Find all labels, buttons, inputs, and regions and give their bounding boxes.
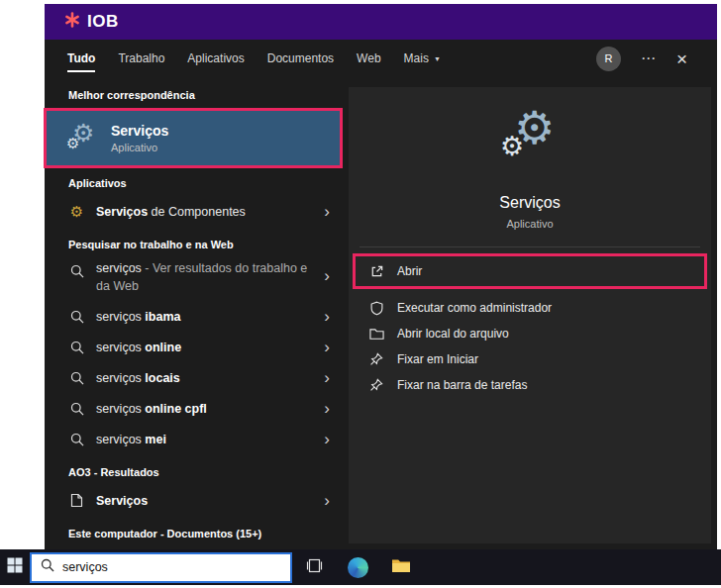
detail-subtitle: Aplicativo xyxy=(506,218,553,230)
folder-icon xyxy=(368,328,384,341)
account-avatar[interactable]: R xyxy=(596,47,621,71)
taskbar-search-box[interactable] xyxy=(30,552,292,583)
document-icon xyxy=(68,493,85,508)
task-view-icon xyxy=(305,558,324,577)
file-explorer-button[interactable] xyxy=(379,549,423,585)
search-icon xyxy=(68,310,85,324)
task-view-button[interactable] xyxy=(292,549,336,585)
chevron-right-icon[interactable]: › xyxy=(324,308,330,325)
search-tabs-bar: Tudo Trabalho Aplicativos Documentos Web… xyxy=(45,40,717,77)
web-search-header: Pesquisar no trabalho e na Web xyxy=(45,227,343,257)
action-run-as-admin[interactable]: Executar como administrador xyxy=(356,295,704,321)
actions-list: Abrir Executar como administrador Abrir … xyxy=(349,256,711,398)
this-computer-header: Este computador - Documentos (15+) xyxy=(45,516,343,546)
tab-mais[interactable]: Mais▼ xyxy=(404,40,441,77)
web-search-item[interactable]: serviços - Ver resultados do trabalho e … xyxy=(45,257,343,301)
search-window: Tudo Trabalho Aplicativos Documentos Web… xyxy=(45,40,717,549)
taskbar-search-input[interactable] xyxy=(62,560,260,574)
web-search-item[interactable]: serviços online cpfl › xyxy=(45,393,343,424)
chevron-right-icon[interactable]: › xyxy=(324,369,330,386)
file-explorer-icon xyxy=(391,557,411,577)
action-label: Executar como administrador xyxy=(397,301,552,315)
web-search-item[interactable]: serviços mei › xyxy=(45,424,343,454)
shield-icon xyxy=(368,301,384,316)
tab-tudo[interactable]: Tudo xyxy=(67,40,95,77)
iob-title-bar: IOB xyxy=(45,4,717,40)
search-icon xyxy=(68,402,85,416)
action-label: Fixar em Iniciar xyxy=(397,352,478,366)
tab-trabalho[interactable]: Trabalho xyxy=(118,40,164,77)
web-search-item[interactable]: serviços online › xyxy=(45,332,343,362)
action-label: Abrir local do arquivo xyxy=(397,327,509,341)
chevron-right-icon[interactable]: › xyxy=(324,339,330,355)
action-open[interactable]: Abrir xyxy=(356,256,704,286)
web-search-item[interactable]: serviços locais › xyxy=(45,362,343,393)
best-match-header: Melhor correspondência xyxy=(45,77,343,108)
action-pin-to-start[interactable]: Fixar em Iniciar xyxy=(356,346,704,372)
best-match-item[interactable]: ⚙⚙ Serviços Aplicativo xyxy=(47,111,340,165)
search-icon xyxy=(68,371,85,385)
tab-documentos[interactable]: Documentos xyxy=(267,40,334,77)
detail-panel: ⚙⚙ Serviços Aplicativo Abrir Executar co… xyxy=(349,87,711,543)
ao3-result-item[interactable]: Serviços › xyxy=(45,485,343,516)
pin-icon xyxy=(368,352,384,366)
search-icon xyxy=(68,264,85,278)
best-match-title: Serviços xyxy=(111,123,168,139)
screen: IOB Tudo Trabalho Aplicativos Documentos… xyxy=(0,0,721,588)
search-icon xyxy=(68,341,85,354)
action-open-file-location[interactable]: Abrir local do arquivo xyxy=(356,321,704,346)
chevron-right-icon[interactable]: › xyxy=(324,431,330,447)
divider xyxy=(360,246,700,247)
close-icon[interactable]: × xyxy=(676,49,687,68)
chevron-down-icon: ▼ xyxy=(434,55,441,62)
iob-logo-text: IOB xyxy=(87,12,119,32)
best-match-subtitle: Aplicativo xyxy=(111,142,168,153)
start-button[interactable] xyxy=(0,549,30,585)
services-gears-icon: ⚙⚙ xyxy=(68,122,98,155)
apps-header: Aplicativos xyxy=(45,165,343,196)
taskbar xyxy=(0,549,721,585)
chevron-right-icon[interactable]: › xyxy=(324,492,330,509)
tab-aplicativos[interactable]: Aplicativos xyxy=(187,40,244,77)
edge-button[interactable] xyxy=(336,549,379,585)
pin-icon xyxy=(368,378,384,392)
detail-title: Serviços xyxy=(499,194,560,212)
web-search-item[interactable]: serviços ibama › xyxy=(45,301,343,332)
chevron-right-icon[interactable]: › xyxy=(324,203,330,220)
chevron-right-icon[interactable]: › xyxy=(324,267,330,284)
iob-star-icon xyxy=(64,12,80,32)
action-pin-to-taskbar[interactable]: Fixar na barra de tarefas xyxy=(356,372,704,398)
windows-logo-icon xyxy=(7,557,23,577)
edge-icon xyxy=(348,557,368,578)
tab-web[interactable]: Web xyxy=(357,40,380,77)
ao3-results-header: AO3 - Resultados xyxy=(45,454,343,485)
more-options-icon[interactable]: ⋯ xyxy=(641,49,657,67)
open-icon xyxy=(368,264,384,279)
app-item-component-services[interactable]: ⚙ Serviços de Componentes › xyxy=(45,196,343,227)
search-icon xyxy=(68,433,85,446)
search-icon xyxy=(41,558,54,576)
action-label: Fixar na barra de tarefas xyxy=(397,378,527,392)
results-panel: Melhor correspondência ⚙⚙ Serviços Aplic… xyxy=(45,77,343,549)
action-label: Abrir xyxy=(397,264,422,278)
chevron-right-icon[interactable]: › xyxy=(324,400,330,417)
component-services-icon: ⚙ xyxy=(68,204,85,219)
services-gears-icon: ⚙⚙ xyxy=(498,111,562,170)
